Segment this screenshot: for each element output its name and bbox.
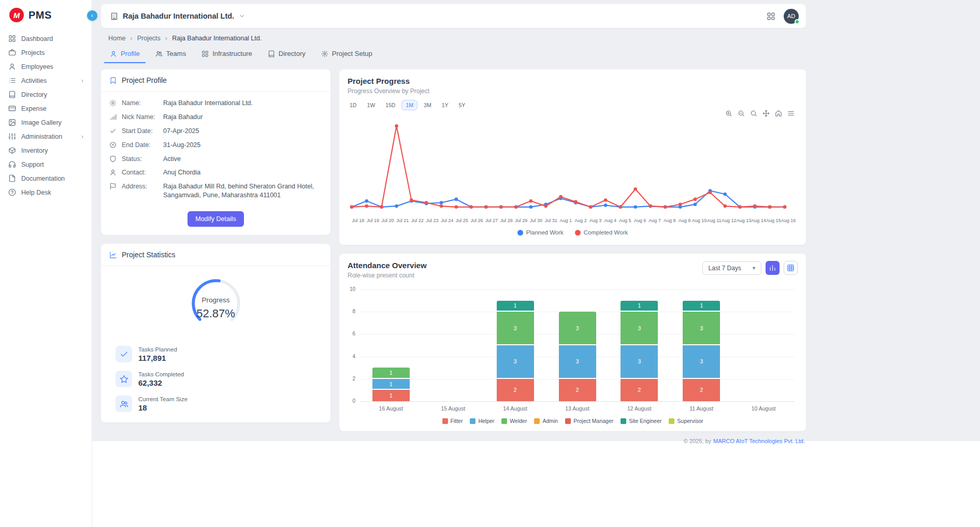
sidebar-item-expense[interactable]: Expense xyxy=(0,101,92,115)
bar-segment-welder[interactable]: 3 xyxy=(559,312,596,345)
bar-segment-value: 2 xyxy=(575,387,579,393)
bar-segment-fitter[interactable]: 2 xyxy=(559,379,596,401)
legend-label: Fitter xyxy=(451,418,463,424)
range-5y[interactable]: 5Y xyxy=(454,100,469,110)
stat-label: Tasks Completed xyxy=(138,371,184,377)
attendance-overview-card: Attendance Overview Role-wise present co… xyxy=(339,254,806,431)
stacked-bar[interactable]: 2331 xyxy=(621,301,658,401)
legend-site-engineer[interactable]: Site Engineer xyxy=(621,418,661,424)
range-3m[interactable]: 3M xyxy=(420,100,436,110)
company-selector[interactable]: Raja Bahadur International Ltd. xyxy=(108,12,245,20)
zoom-out-icon[interactable] xyxy=(738,110,745,117)
breadcrumb-item-projects[interactable]: Projects xyxy=(137,35,161,42)
bar-segment-welder[interactable]: 3 xyxy=(683,312,720,345)
bar-14-august: 2331 xyxy=(484,289,546,401)
sidebar-item-help-desk[interactable]: Help Desk xyxy=(0,185,92,199)
bar-segment-helper[interactable]: 3 xyxy=(683,345,720,379)
bar-segment-welder[interactable]: 3 xyxy=(621,312,658,345)
stacked-bar[interactable]: 111 xyxy=(372,368,410,401)
bar-segment-site-engineer[interactable]: 1 xyxy=(683,301,720,312)
tab-project-setup[interactable]: Project Setup xyxy=(315,45,378,63)
sidebar-item-support[interactable]: Support xyxy=(0,157,92,171)
x-axis-label: Aug 4 xyxy=(603,218,618,223)
legend-admin[interactable]: Admin xyxy=(534,418,558,424)
chart-view-button[interactable] xyxy=(766,261,780,275)
menu-icon[interactable] xyxy=(787,110,795,117)
x-axis-label: Aug 11 xyxy=(707,218,722,223)
legend-supervisor[interactable]: Supervisor xyxy=(669,418,703,424)
tab-teams[interactable]: Teams xyxy=(150,45,192,63)
legend-fitter[interactable]: Fitter xyxy=(442,418,463,424)
sidebar-item-documentation[interactable]: Documentation xyxy=(0,171,92,185)
legend-project-manager[interactable]: Project Manager xyxy=(565,418,613,424)
bar-segment-helper[interactable]: 1 xyxy=(372,379,410,390)
bar-segment-site-engineer[interactable]: 1 xyxy=(497,301,534,312)
stacked-bar[interactable]: 233 xyxy=(559,312,596,401)
bar-segment-fitter[interactable]: 2 xyxy=(621,379,658,401)
modify-details-button[interactable]: Modify Details xyxy=(188,211,244,227)
bar-segment-helper[interactable]: 3 xyxy=(621,345,658,379)
range-1y[interactable]: 1Y xyxy=(438,100,453,110)
range-1w[interactable]: 1W xyxy=(363,100,379,110)
bar-segment-welder[interactable]: 1 xyxy=(372,368,410,379)
building-icon xyxy=(110,12,118,20)
bar-segment-value: 3 xyxy=(638,325,641,331)
sidebar-item-inventory[interactable]: Inventory xyxy=(0,143,92,157)
field-label: Contact: xyxy=(122,168,158,177)
sidebar: M PMS DashboardProjectsEmployeesActiviti… xyxy=(0,0,92,527)
field-value: Raja Bahadur Mill Rd, behind Sheraton Gr… xyxy=(163,182,322,200)
home-icon[interactable] xyxy=(775,110,782,117)
x-axis-label: Jul 19 xyxy=(366,218,381,223)
sidebar-item-image-gallery[interactable]: Image Gallery xyxy=(0,115,92,129)
field-label: End Date: xyxy=(122,141,158,150)
sidebar-item-activities[interactable]: Activities› xyxy=(0,74,92,87)
legend-welder[interactable]: Welder xyxy=(501,418,527,424)
x-axis-label: Aug 8 xyxy=(662,218,677,223)
bar-segment-helper[interactable]: 3 xyxy=(497,345,534,379)
bar-segment-site-engineer[interactable]: 1 xyxy=(621,301,658,312)
pan-icon[interactable] xyxy=(762,110,770,117)
x-axis-label: Aug 7 xyxy=(647,218,662,223)
tab-profile[interactable]: Profile xyxy=(104,45,146,63)
bar-segment-welder[interactable]: 3 xyxy=(497,312,534,345)
bar-segment-fitter[interactable]: 2 xyxy=(497,379,534,401)
app-logo[interactable]: M PMS xyxy=(0,0,92,31)
bar-segment-fitter[interactable]: 1 xyxy=(372,390,410,401)
sidebar-item-employees[interactable]: Employees xyxy=(0,60,92,74)
user-icon xyxy=(8,63,16,70)
legend-helper[interactable]: Helper xyxy=(470,418,494,424)
tab-infrastructure[interactable]: Infrastructure xyxy=(196,45,258,63)
bar-segment-helper[interactable]: 3 xyxy=(559,345,596,379)
sidebar-item-projects[interactable]: Projects xyxy=(0,46,92,60)
bar-segment-fitter[interactable]: 2 xyxy=(683,379,720,401)
chart-line-icon xyxy=(109,251,117,259)
range-15d[interactable]: 15D xyxy=(381,100,399,110)
stacked-bar[interactable]: 2331 xyxy=(683,301,720,401)
legend-marker xyxy=(534,418,540,424)
apps-grid-icon[interactable] xyxy=(767,12,775,21)
header-actions: AD xyxy=(767,9,799,24)
progress-gauge: Progress 52.87% xyxy=(185,274,247,332)
legend-label: Planned Work xyxy=(526,229,564,236)
zoom-in-icon[interactable] xyxy=(725,110,732,117)
sidebar-item-dashboard[interactable]: Dashboard xyxy=(0,32,92,46)
avatar[interactable]: AD xyxy=(784,9,799,24)
sidebar-item-administration[interactable]: Administration› xyxy=(0,129,92,143)
legend-marker xyxy=(501,418,507,424)
sidebar-collapse-button[interactable]: ‹ xyxy=(87,10,97,21)
breadcrumb-item-home[interactable]: Home xyxy=(108,35,125,42)
x-axis-label: Aug 10 xyxy=(692,218,707,223)
range-1d[interactable]: 1D xyxy=(345,100,361,110)
selection-zoom-icon[interactable] xyxy=(750,110,757,117)
stacked-bar[interactable]: 2331 xyxy=(497,301,534,401)
legend-completed-work[interactable]: Completed Work xyxy=(575,229,628,236)
range-1m[interactable]: 1M xyxy=(401,100,417,110)
tab-directory[interactable]: Directory xyxy=(262,45,311,63)
card-icon xyxy=(8,105,16,112)
sidebar-item-directory[interactable]: Directory xyxy=(0,87,92,101)
table-view-button[interactable] xyxy=(784,261,798,275)
footer-company-link[interactable]: MARCO AIoT Technologies Pvt. Ltd. xyxy=(713,438,805,444)
legend-planned-work[interactable]: Planned Work xyxy=(517,229,564,236)
date-range-select[interactable]: Last 7 Days ▾ xyxy=(702,261,761,275)
bar-slots: 111233123323312331 xyxy=(360,289,795,401)
